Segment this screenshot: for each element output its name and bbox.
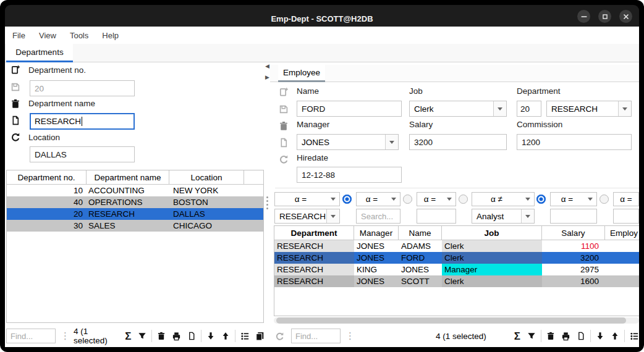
add-record-icon[interactable]: [11, 65, 20, 75]
col-dept-name[interactable]: Department name: [87, 170, 169, 184]
delete-icon[interactable]: [11, 99, 20, 109]
hiredate-field[interactable]: [297, 167, 402, 183]
filter-icon[interactable]: [138, 332, 146, 340]
delete-rows-icon[interactable]: [157, 332, 166, 340]
refresh-icon[interactable]: [279, 154, 289, 164]
table-row-selected[interactable]: 20 RESEARCH DALLAS: [7, 208, 263, 220]
delete-icon[interactable]: [279, 121, 289, 131]
col-employee[interactable]: Employ: [605, 226, 639, 240]
splitter-handle[interactable]: [266, 196, 268, 209]
filter-radio-name[interactable]: [459, 195, 468, 204]
menu-file[interactable]: File: [12, 31, 25, 40]
col-job[interactable]: Job: [442, 226, 542, 240]
move-up-icon[interactable]: [611, 332, 619, 340]
filter-op-employee[interactable]: α =: [613, 192, 639, 206]
duplicate-pages-icon[interactable]: [255, 332, 265, 341]
col-name[interactable]: Name: [399, 226, 442, 240]
close-button[interactable]: [619, 10, 632, 23]
save-icon[interactable]: [11, 82, 20, 92]
name-field[interactable]: [297, 101, 402, 117]
table-row[interactable]: 40 OPERATIONS BOSTON: [7, 196, 263, 208]
col-empty[interactable]: [244, 170, 263, 184]
filter-value-manager[interactable]: [356, 209, 400, 224]
filter-value-dept[interactable]: RESEARCH: [274, 209, 340, 224]
departments-table-header[interactable]: Department no. Department name Location: [7, 170, 263, 185]
chevron-down-icon[interactable]: [618, 101, 631, 116]
column-list-icon[interactable]: [240, 332, 250, 341]
maximize-button[interactable]: [598, 10, 611, 23]
minimize-button[interactable]: [577, 10, 590, 23]
departments-table[interactable]: Department no. Department name Location …: [6, 170, 264, 323]
table-row[interactable]: 30 SALES CHICAGO: [7, 220, 263, 232]
manager-combo[interactable]: JONES: [297, 134, 399, 150]
chevron-down-icon[interactable]: [385, 135, 398, 149]
menu-help[interactable]: Help: [102, 31, 119, 40]
chevron-down-icon[interactable]: [521, 209, 534, 223]
refresh-icon[interactable]: [11, 132, 20, 142]
employees-table[interactable]: Department Manager Name Job Salary Emplo…: [274, 225, 639, 316]
find-input[interactable]: [6, 329, 56, 343]
horizontal-scrollbar-thumb[interactable]: [276, 317, 626, 324]
add-record-icon[interactable]: [279, 87, 289, 97]
table-row[interactable]: 10 ACCOUNTING NEW YORK: [7, 185, 263, 196]
salary-field[interactable]: [409, 134, 507, 150]
close-icon: [622, 12, 630, 21]
menu-tools[interactable]: Tools: [70, 31, 88, 40]
column-list-icon[interactable]: [630, 332, 639, 341]
move-up-icon[interactable]: [221, 332, 230, 340]
col-salary[interactable]: Salary: [542, 226, 605, 240]
tab-employee[interactable]: Employee: [278, 65, 325, 82]
table-row[interactable]: RESEARCH JONES ADAMS Clerk 1100: [274, 240, 639, 252]
col-department[interactable]: Department: [274, 226, 354, 240]
find-input[interactable]: [291, 329, 341, 343]
filter-op-salary[interactable]: α =: [550, 192, 597, 206]
filter-radio-dept[interactable]: [342, 195, 352, 204]
col-manager[interactable]: Manager: [354, 226, 399, 240]
filter-value-employee[interactable]: [613, 209, 639, 224]
col-location[interactable]: Location: [169, 170, 244, 184]
job-combo[interactable]: Clerk: [409, 101, 507, 117]
dept-no-field[interactable]: [517, 101, 541, 117]
move-down-icon[interactable]: [596, 332, 604, 340]
filter-value-salary[interactable]: [550, 209, 597, 224]
dept-name-field[interactable]: RESEARCH: [30, 113, 135, 130]
copy-record-icon[interactable]: [279, 138, 289, 148]
table-row-selected[interactable]: RESEARCH JONES FORD Clerk 3200: [274, 252, 639, 264]
menu-view[interactable]: View: [39, 31, 56, 40]
commission-field[interactable]: [517, 134, 632, 150]
filter-value-job[interactable]: Analyst: [472, 209, 535, 224]
copy-record-icon[interactable]: [11, 115, 20, 125]
tab-departments[interactable]: Departments: [6, 44, 73, 62]
aggregate-sigma-icon[interactable]: Σ: [125, 332, 131, 341]
filter-op-dept[interactable]: α =: [274, 192, 340, 206]
move-down-icon[interactable]: [206, 332, 215, 340]
print-icon[interactable]: [561, 332, 570, 341]
filter-op-job[interactable]: α ≠: [472, 192, 535, 206]
splitter-expand-icon[interactable]: ▶: [265, 75, 269, 80]
filter-value-name[interactable]: [417, 209, 456, 224]
horizontal-scrollbar[interactable]: [274, 317, 639, 324]
location-field[interactable]: [30, 146, 135, 162]
title-bar[interactable]: Emp-Dept - SCOTT@H2DB: [5, 5, 639, 27]
filter-radio-job[interactable]: [536, 195, 546, 204]
table-row[interactable]: RESEARCH JONES SCOTT Clerk 1600: [274, 275, 639, 287]
filter-radio-manager[interactable]: [403, 195, 412, 204]
employees-table-header[interactable]: Department Manager Name Job Salary Emplo…: [274, 226, 639, 240]
chevron-down-icon[interactable]: [493, 101, 506, 116]
table-row[interactable]: RESEARCH KING JONES Manager 2975: [274, 264, 639, 275]
export-page-icon[interactable]: [577, 332, 585, 340]
chevron-down-icon[interactable]: [326, 209, 339, 223]
filter-radio-salary[interactable]: [600, 195, 609, 204]
refresh-icon[interactable]: [275, 332, 284, 341]
splitter-collapse-icon[interactable]: ◀: [265, 64, 269, 69]
filter-op-manager[interactable]: α =: [356, 192, 400, 206]
save-icon[interactable]: [279, 104, 289, 114]
filter-icon[interactable]: [527, 332, 536, 340]
filter-op-name[interactable]: α =: [417, 192, 456, 206]
dept-combo[interactable]: RESEARCH: [546, 101, 632, 117]
col-dept-no[interactable]: Department no.: [7, 170, 87, 184]
aggregate-sigma-icon[interactable]: Σ: [514, 332, 520, 341]
export-page-icon[interactable]: [187, 332, 196, 340]
print-icon[interactable]: [172, 332, 181, 341]
delete-rows-icon[interactable]: [546, 332, 555, 340]
